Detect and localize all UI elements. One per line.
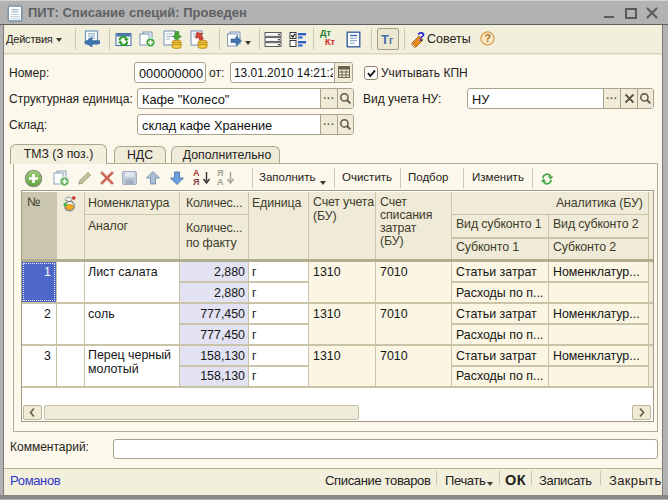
svg-text:ГОК: ГОК xyxy=(126,180,134,185)
svg-text:?: ? xyxy=(417,30,425,44)
svg-text:?: ? xyxy=(485,32,491,44)
